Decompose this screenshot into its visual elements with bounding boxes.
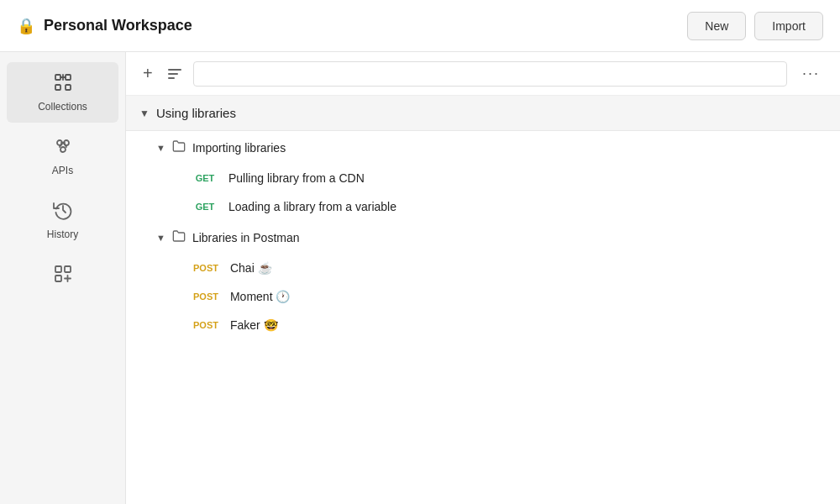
svg-point-8 <box>60 147 66 152</box>
method-badge-get-2: GET <box>190 200 220 213</box>
svg-rect-3 <box>66 85 71 90</box>
folder-1-requests: GET Pulling library from a CDN GET Loadi… <box>143 164 840 221</box>
collection-chevron: ▼ <box>139 108 150 119</box>
method-badge-post-2: POST <box>190 290 222 303</box>
request-loading-library[interactable]: GET Loading a library from a variable <box>190 192 840 221</box>
folder-chevron-1: ▼ <box>156 143 165 153</box>
request-moment[interactable]: POST Moment 🕐 <box>190 282 840 311</box>
apis-icon <box>53 136 73 161</box>
sidebar: Collections APIs <box>0 52 126 504</box>
request-faker[interactable]: POST Faker 🤓 <box>190 311 840 339</box>
folder-chevron-2: ▼ <box>156 233 165 243</box>
folder-icon-2 <box>172 229 186 245</box>
request-name-4: Moment 🕐 <box>230 290 290 303</box>
folder-name-2: Libraries in Postman <box>192 231 300 244</box>
svg-rect-14 <box>55 276 61 281</box>
svg-rect-1 <box>66 75 71 80</box>
search-input[interactable] <box>193 61 787 87</box>
collection-name: Using libraries <box>156 106 236 120</box>
folder-name-1: Importing libraries <box>192 141 286 155</box>
folder-importing-libraries[interactable]: ▼ Importing libraries <box>143 131 840 164</box>
collection-tree: ▼ Using libraries ▼ Importing libraries <box>126 96 840 339</box>
sidebar-item-apis[interactable]: APIs <box>7 126 118 186</box>
svg-rect-2 <box>55 85 60 90</box>
import-button[interactable]: Import <box>754 12 823 40</box>
history-icon <box>53 200 73 225</box>
new-button[interactable]: New <box>687 12 746 40</box>
collection-body: ▼ Importing libraries GET Pulling librar… <box>126 131 840 339</box>
header-left: 🔒 Personal Workspace <box>17 17 192 35</box>
sidebar-item-apis-label: APIs <box>52 165 73 176</box>
request-name-5: Faker 🤓 <box>230 318 278 332</box>
request-name-1: Pulling library from a CDN <box>228 171 365 185</box>
method-badge-post-3: POST <box>190 318 222 332</box>
workspaces-icon <box>53 264 73 289</box>
request-chai[interactable]: POST Chai ☕ <box>190 254 840 282</box>
svg-rect-13 <box>65 266 71 272</box>
sidebar-item-history[interactable]: History <box>7 190 118 250</box>
sidebar-item-collections-label: Collections <box>38 101 87 113</box>
method-badge-get-1: GET <box>190 171 220 185</box>
workspace-title: Personal Workspace <box>44 17 192 34</box>
header: 🔒 Personal Workspace New Import <box>0 0 840 52</box>
header-actions: New Import <box>687 12 823 40</box>
request-name-2: Loading a library from a variable <box>228 200 396 213</box>
folder-libraries-in-postman[interactable]: ▼ Libraries in Postman <box>143 221 840 254</box>
sidebar-item-history-label: History <box>47 228 78 240</box>
svg-rect-12 <box>55 266 61 272</box>
folder-icon-1 <box>172 139 186 155</box>
collections-icon <box>53 72 73 97</box>
sidebar-item-workspaces[interactable] <box>7 254 118 299</box>
request-name-3: Chai ☕ <box>230 261 272 275</box>
svg-rect-0 <box>55 75 60 80</box>
method-badge-post-1: POST <box>190 261 222 275</box>
toolbar: + ··· <box>126 52 840 96</box>
sidebar-item-collections[interactable]: Collections <box>7 62 118 123</box>
main-area: Collections APIs <box>0 52 840 504</box>
lock-icon: 🔒 <box>17 17 35 35</box>
request-pulling-library[interactable]: GET Pulling library from a CDN <box>190 164 840 192</box>
more-options-button[interactable]: ··· <box>795 61 827 86</box>
collection-using-libraries[interactable]: ▼ Using libraries <box>126 96 840 131</box>
content-area: + ··· ▼ Using libraries ▼ <box>126 52 840 504</box>
add-button[interactable]: + <box>139 60 156 87</box>
folder-2-requests: POST Chai ☕ POST Moment 🕐 POST Faker 🤓 <box>143 254 840 339</box>
filter-button[interactable] <box>165 66 185 82</box>
